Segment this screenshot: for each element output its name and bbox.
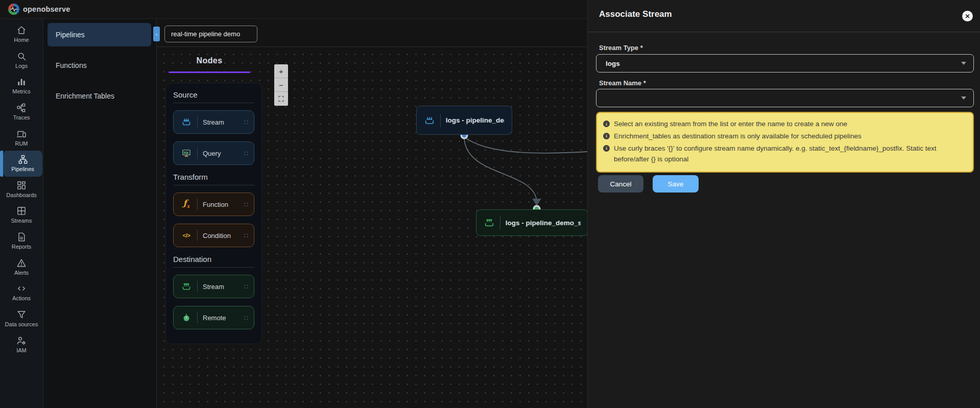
- drag-handle-icon[interactable]: ∷: [244, 232, 249, 239]
- node-template-source-query[interactable]: SQLQuery∷: [173, 141, 254, 165]
- stream-hints-banner: iSelect an existing stream from the list…: [596, 112, 974, 173]
- pipeline-editor: Nodes SourceStream∷SQLQuery∷TransformƒxF…: [157, 19, 587, 408]
- sidebar-item-data-sources[interactable]: Data sources: [0, 306, 43, 332]
- sidebar-item-label: Actions: [12, 295, 31, 302]
- stream-out-icon: [181, 281, 192, 292]
- sidebar-item-alerts[interactable]: Alerts: [0, 254, 43, 280]
- hint-item: iSelect an existing stream from the list…: [603, 119, 967, 130]
- canvas-node-destination-stream[interactable]: logs - pipeline_demo_stream: [476, 209, 587, 236]
- hint-text: Use curly braces '{}' to configure strea…: [614, 143, 967, 165]
- remote-icon: [181, 313, 192, 323]
- save-button[interactable]: Save: [653, 175, 699, 193]
- chevron-down-icon: [961, 97, 966, 100]
- node-divider: [500, 216, 500, 229]
- openobserve-logo[interactable]: openobserve: [8, 4, 70, 15]
- chevron-down-icon: [961, 62, 966, 65]
- zoom-in-button[interactable]: +: [274, 64, 288, 78]
- bar-chart-icon: [16, 77, 27, 87]
- node-divider: [440, 114, 441, 127]
- node-divider: [197, 148, 198, 159]
- sidebar-item-label: RUM: [15, 140, 28, 147]
- canvas-zoom-controls: +−⛶: [274, 64, 288, 106]
- drawer-title: Associate Stream: [599, 9, 672, 19]
- search-icon: [16, 51, 27, 61]
- user-gear-icon: [16, 335, 27, 346]
- stream-out-icon: [484, 217, 495, 228]
- sidebar-item-label: Metrics: [12, 88, 30, 95]
- zoom-out-button[interactable]: −: [274, 78, 288, 92]
- canvas-node-source-stream[interactable]: logs - pipeline_demo: [416, 106, 512, 135]
- hint-item: iUse curly braces '{}' to configure stre…: [603, 143, 967, 165]
- cancel-button[interactable]: Cancel: [598, 175, 643, 193]
- sidebar-item-label: IAM: [16, 347, 27, 354]
- sidebar-item-label: Logs: [15, 63, 28, 69]
- app-window: openobserve HomeLogsMetricsTracesRUMPipe…: [0, 0, 980, 408]
- fit-view-button[interactable]: ⛶: [274, 92, 288, 106]
- node-label: logs - pipeline_demo: [446, 116, 505, 124]
- sidebar-item-rum[interactable]: RUM: [0, 125, 43, 151]
- sidebar-item-traces[interactable]: Traces: [0, 99, 43, 125]
- sidebar-item-logs[interactable]: Logs: [0, 47, 43, 74]
- node-divider: [197, 116, 198, 128]
- sidebar-item-label: Pipelines: [11, 166, 34, 173]
- sidebar-item-streams[interactable]: Streams: [0, 202, 43, 228]
- collapse-panel-button[interactable]: ‹: [153, 27, 160, 41]
- node-template-destination-remote[interactable]: Remote∷: [173, 306, 254, 329]
- nodes-panel: SourceStream∷SQLQuery∷TransformƒxFunctio…: [166, 83, 261, 344]
- sidebar-item-label: Traces: [13, 114, 30, 121]
- sidebar-item-label: Dashboards: [6, 192, 36, 199]
- node-divider: [197, 281, 198, 292]
- node-divider: [197, 230, 198, 241]
- drag-handle-icon[interactable]: ∷: [244, 201, 249, 208]
- sidebar-item-label: Home: [14, 37, 29, 43]
- sidebar-item-home[interactable]: Home: [0, 21, 43, 47]
- hint-item: iEnrichment_tables as destination stream…: [603, 131, 967, 142]
- associate-stream-drawer: Associate Stream ✕ Stream Type * logs St…: [587, 0, 980, 408]
- stream-type-select[interactable]: logs: [596, 54, 974, 73]
- brand-name: openobserve: [23, 5, 70, 13]
- subnav-item-enrichment-tables[interactable]: Enrichment Tables: [47, 84, 151, 108]
- info-icon: i: [603, 145, 610, 152]
- node-template-transform-condition[interactable]: </>Condition∷: [173, 224, 254, 247]
- drawer-header: Associate Stream ✕: [588, 0, 980, 32]
- funnel-icon: [16, 309, 27, 320]
- sidebar-item-label: Streams: [11, 218, 32, 224]
- zoom-in-icon: +: [279, 67, 283, 76]
- stream-in-icon: [424, 115, 435, 126]
- subnav-item-pipelines[interactable]: Pipelines: [47, 23, 151, 46]
- nodes-panel-title: Nodes: [166, 56, 253, 65]
- drag-handle-icon[interactable]: ∷: [244, 118, 249, 126]
- stream-name-label: Stream Name *: [599, 79, 646, 87]
- sidebar-item-actions[interactable]: Actions: [0, 280, 43, 306]
- zoom-out-icon: −: [279, 81, 283, 89]
- subnav-item-label: Pipelines: [56, 31, 85, 39]
- nodes-section-title-source: Source: [173, 90, 254, 103]
- alert-triangle-icon: [16, 258, 27, 268]
- sidebar-item-label: Reports: [12, 244, 32, 250]
- node-template-source-stream[interactable]: Stream∷: [173, 110, 254, 134]
- nodes-section-title-transform: Transform: [173, 173, 254, 185]
- dashboards-icon: [16, 180, 27, 190]
- close-button[interactable]: ✕: [962, 11, 973, 21]
- stream-name-select[interactable]: [596, 89, 974, 107]
- subnav-item-functions[interactable]: Functions: [47, 54, 151, 77]
- sidebar-item-dashboards[interactable]: Dashboards: [0, 177, 43, 203]
- editor-header: [157, 19, 587, 47]
- node-template-label: Query: [203, 150, 244, 157]
- drag-handle-icon[interactable]: ∷: [244, 283, 249, 291]
- sidebar-item-pipelines[interactable]: Pipelines: [3, 151, 42, 177]
- home-icon: [16, 25, 27, 35]
- drag-handle-icon[interactable]: ∷: [244, 150, 249, 157]
- sidebar-item-iam[interactable]: IAM: [0, 332, 43, 358]
- streams-icon: [16, 206, 27, 216]
- sidebar-item-metrics[interactable]: Metrics: [0, 73, 43, 99]
- node-template-destination-stream[interactable]: Stream∷: [173, 275, 254, 298]
- pipeline-name-input[interactable]: [164, 26, 257, 42]
- node-template-transform-function[interactable]: ƒxFunction∷: [173, 193, 254, 216]
- sidebar-item-reports[interactable]: Reports: [0, 228, 43, 254]
- drag-handle-icon[interactable]: ∷: [244, 314, 249, 322]
- node-label: logs - pipeline_demo_stream: [506, 219, 581, 227]
- devices-icon: [16, 129, 27, 139]
- top-bar: openobserve: [0, 0, 587, 19]
- condition-icon: </>: [181, 232, 192, 238]
